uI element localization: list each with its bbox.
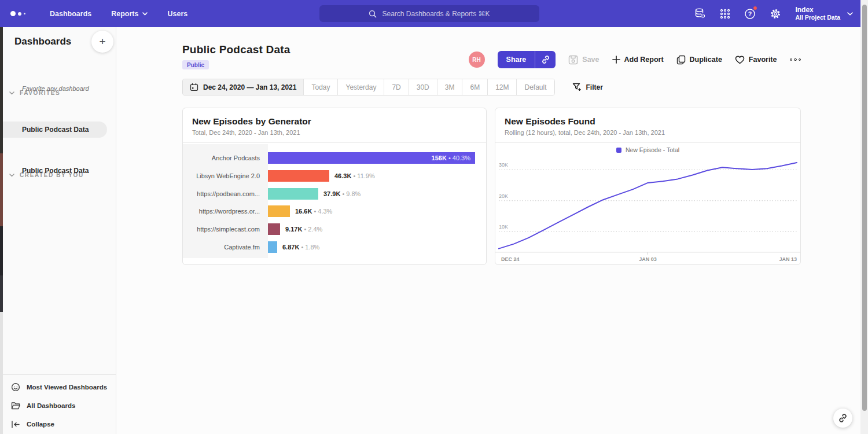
- bar[interactable]: [268, 241, 277, 253]
- search-input[interactable]: Search Dashboards & Reports ⌘K: [319, 5, 539, 22]
- controls-row: Dec 24, 2020 — Jan 13, 2021 Today Yester…: [182, 79, 603, 95]
- data-sources-icon[interactable]: [694, 8, 706, 20]
- report-cards: New Episodes by Generator Total, Dec 24t…: [182, 108, 801, 265]
- preset-3m[interactable]: 3M: [437, 79, 462, 95]
- legend-new-episode-total[interactable]: New Episode - Total: [495, 146, 800, 153]
- bar[interactable]: [268, 188, 318, 200]
- help-icon[interactable]: ?: [744, 8, 756, 20]
- save-button[interactable]: Save: [568, 55, 599, 65]
- folder-icon: [11, 402, 20, 410]
- preset-7d[interactable]: 7D: [384, 79, 408, 95]
- calendar-icon: [190, 83, 198, 91]
- sidebar-title: Dashboards: [14, 36, 71, 47]
- bar[interactable]: 156K • 40.3%: [268, 152, 475, 164]
- page-title: Public Podcast Data: [182, 43, 290, 56]
- add-report-button[interactable]: Add Report: [612, 56, 664, 64]
- favorites-empty-note: Favorite any dashboard: [22, 85, 89, 92]
- x-tick-label: DEC 24: [501, 256, 520, 262]
- apps-grid-icon[interactable]: [720, 9, 730, 19]
- bar-value-label: 46.3K • 11.9%: [334, 170, 375, 182]
- settings-gear-icon[interactable]: [770, 8, 781, 20]
- preset-12m[interactable]: 12M: [487, 79, 516, 95]
- sidebar-footer: Most Viewed Dashboards All Dashboards Co…: [0, 374, 116, 434]
- collapse-sidebar-item[interactable]: Collapse: [0, 415, 116, 433]
- floppy-save-icon: [568, 55, 578, 65]
- scrollbar-thumb[interactable]: [862, 5, 867, 411]
- chart-title[interactable]: New Episodes Found: [505, 116, 791, 127]
- public-badge: Public: [182, 60, 209, 69]
- duplicate-copy-icon: [676, 55, 686, 65]
- collapse-icon: [11, 421, 20, 428]
- series-line-new-episode-total[interactable]: [499, 163, 797, 249]
- smiley-icon: [11, 382, 20, 392]
- bar-track: 6.87K • 1.8%: [268, 241, 486, 253]
- bar[interactable]: [268, 223, 280, 235]
- chart-subtitle: Total, Dec 24th, 2020 - Jan 13th, 2021: [192, 129, 477, 136]
- project-name: Index: [795, 6, 840, 14]
- sidebar-item-public-podcast-data[interactable]: Public Podcast Data: [0, 122, 107, 138]
- favorite-button[interactable]: Favorite: [735, 56, 777, 64]
- dashboard-actions: RH Share Save Add Report Duplicate Favor…: [469, 51, 801, 68]
- bar-row: Anchor Podcasts156K • 40.3%: [183, 149, 486, 167]
- preset-default[interactable]: Default: [516, 79, 554, 95]
- all-dashboards-item[interactable]: All Dashboards: [0, 396, 116, 415]
- preset-yesterday[interactable]: Yesterday: [337, 79, 384, 95]
- bar-row: Captivate.fm6.87K • 1.8%: [183, 238, 486, 256]
- card-new-episodes-found: New Episodes Found Rolling (12 hours), t…: [495, 108, 801, 265]
- preset-6m[interactable]: 6M: [462, 79, 487, 95]
- x-tick-label: JAN 03: [639, 256, 657, 262]
- chart-title[interactable]: New Episodes by Generator: [192, 116, 477, 127]
- notification-dot: [753, 6, 757, 10]
- nav-dashboards[interactable]: Dashboards: [50, 10, 91, 18]
- avatar[interactable]: RH: [469, 52, 485, 68]
- legend-label: New Episode - Total: [626, 146, 679, 153]
- brand-logo-icon[interactable]: [10, 11, 34, 16]
- bar-track: 9.17K • 2.4%: [268, 223, 486, 235]
- bar-category-label: https://wordpress.or...: [183, 208, 268, 215]
- card-header: New Episodes by Generator Total, Dec 24t…: [183, 108, 486, 143]
- nav-users[interactable]: Users: [167, 10, 187, 18]
- bar-value-label: 9.17K • 2.4%: [285, 223, 322, 235]
- bar-track: 46.3K • 11.9%: [268, 170, 486, 182]
- bar-row: https://simplecast.com9.17K • 2.4%: [183, 220, 486, 238]
- bar[interactable]: [268, 170, 329, 182]
- date-range-picker[interactable]: Dec 24, 2020 — Jan 13, 2021: [183, 79, 303, 95]
- more-options-button[interactable]: [790, 58, 801, 61]
- duplicate-button[interactable]: Duplicate: [676, 55, 722, 65]
- bar-track: 16.6K • 4.3%: [268, 205, 486, 217]
- chevron-down-icon: [847, 12, 853, 16]
- line-chart-svg: 10K20K30KDEC 24JAN 03JAN 13: [495, 157, 800, 265]
- line-plot[interactable]: 10K20K30KDEC 24JAN 03JAN 13: [495, 157, 800, 265]
- bar-track: 37.9K • 9.8%: [268, 188, 486, 200]
- filter-button[interactable]: Filter: [572, 83, 603, 92]
- preset-30d[interactable]: 30D: [409, 79, 437, 95]
- background-window-edge: [0, 27, 3, 434]
- link-icon: [541, 55, 550, 64]
- preset-today[interactable]: Today: [303, 79, 337, 95]
- project-switcher[interactable]: Index All Project Data: [795, 6, 853, 21]
- filter-funnel-icon: [572, 83, 582, 92]
- bar[interactable]: [268, 205, 290, 217]
- floating-link-button[interactable]: [833, 409, 852, 428]
- bar-category-label: Anchor Podcasts: [183, 155, 268, 161]
- navbar-right: ? Index All Project Data: [694, 0, 859, 27]
- bar-value-label: 6.87K • 1.8%: [282, 241, 319, 253]
- heart-icon: [735, 56, 745, 64]
- x-tick-label: JAN 13: [779, 256, 797, 262]
- bar-track: 156K • 40.3%: [268, 152, 486, 164]
- bar-value-label: 37.9K • 9.8%: [323, 188, 361, 200]
- share-button[interactable]: Share: [498, 51, 535, 68]
- project-scope: All Project Data: [795, 14, 840, 21]
- most-viewed-dashboards-item[interactable]: Most Viewed Dashboards: [0, 378, 116, 396]
- nav-links: Dashboards Reports Users: [50, 10, 187, 18]
- card-header: New Episodes Found Rolling (12 hours), t…: [495, 108, 800, 143]
- bar-category-label: https://podbean.com...: [183, 190, 268, 197]
- copy-link-button[interactable]: [535, 51, 556, 68]
- nav-reports[interactable]: Reports: [111, 10, 148, 18]
- sidebar: Dashboards + FAVORITES Favorite any dash…: [0, 27, 116, 434]
- sidebar-item-public-podcast-data-created[interactable]: Public Podcast Data: [22, 167, 89, 175]
- y-tick-label: 10K: [499, 224, 508, 230]
- plus-icon: [612, 56, 620, 64]
- bar-row: Libsyn WebEngine 2.046.3K • 11.9%: [183, 167, 486, 185]
- new-dashboard-button[interactable]: +: [91, 31, 113, 53]
